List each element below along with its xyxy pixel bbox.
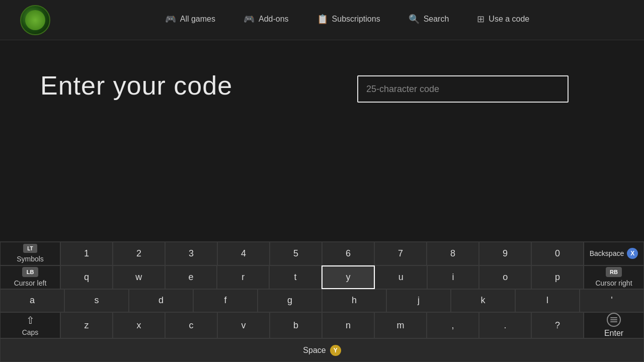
x-badge: X <box>627 248 638 259</box>
keyboard-row-4: ⇧ Caps z x c v b n m , . ? Enter <box>0 312 644 338</box>
enter-label: Enter <box>604 329 623 338</box>
page-title: Enter your code <box>40 70 322 101</box>
tab-add-ons-label: Add-ons <box>259 15 289 24</box>
all-games-icon: 🎮 <box>165 14 176 25</box>
backspace-key[interactable]: Backspace X <box>584 242 644 265</box>
key-2[interactable]: 2 <box>113 242 165 265</box>
app-logo <box>20 5 50 35</box>
subscriptions-icon: 📋 <box>317 14 328 25</box>
tab-use-a-code-label: Use a code <box>489 15 529 24</box>
use-code-icon: ⊞ <box>477 14 485 25</box>
key-h[interactable]: h <box>322 289 386 313</box>
key-n[interactable]: n <box>322 312 374 338</box>
search-icon: 🔍 <box>409 14 420 25</box>
header: 🎮 All games 🎮 Add-ons 📋 Subscriptions 🔍 … <box>0 0 644 40</box>
space-label: Space <box>303 346 326 355</box>
key-4[interactable]: 4 <box>217 242 270 265</box>
key-6[interactable]: 6 <box>322 242 374 265</box>
tab-subscriptions[interactable]: 📋 Subscriptions <box>303 0 394 40</box>
keyboard-row-3: a s d f g h j k l ' <box>0 289 644 313</box>
key-s[interactable]: s <box>64 289 129 313</box>
key-c[interactable]: c <box>165 312 217 338</box>
key-apostrophe[interactable]: ' <box>580 289 644 313</box>
key-5[interactable]: 5 <box>270 242 322 265</box>
cursor-left-key[interactable]: LB Cursor left <box>0 265 60 289</box>
cursor-left-label: Cursor left <box>14 279 47 287</box>
key-g[interactable]: g <box>258 289 322 313</box>
keyboard-row-2: LB Cursor left q w e r t y u i o p RB Cu… <box>0 265 644 289</box>
tab-search-label: Search <box>424 15 449 24</box>
nav-tabs: 🎮 All games 🎮 Add-ons 📋 Subscriptions 🔍 … <box>60 0 634 40</box>
key-v[interactable]: v <box>217 312 270 338</box>
tab-subscriptions-label: Subscriptions <box>332 15 380 24</box>
key-b[interactable]: b <box>270 312 322 338</box>
key-r[interactable]: r <box>217 265 269 289</box>
key-z[interactable]: z <box>60 312 113 338</box>
key-8[interactable]: 8 <box>427 242 479 265</box>
key-i[interactable]: i <box>427 265 479 289</box>
key-question[interactable]: ? <box>531 312 584 338</box>
tab-all-games-label: All games <box>180 15 215 24</box>
key-comma[interactable]: , <box>427 312 479 338</box>
key-o[interactable]: o <box>479 265 531 289</box>
key-t[interactable]: t <box>269 265 321 289</box>
tab-search[interactable]: 🔍 Search <box>394 0 463 40</box>
key-e[interactable]: e <box>165 265 217 289</box>
key-x[interactable]: x <box>113 312 165 338</box>
key-0[interactable]: 0 <box>531 242 584 265</box>
key-l[interactable]: l <box>515 289 580 313</box>
logo-area <box>10 5 60 35</box>
key-j[interactable]: j <box>386 289 451 313</box>
key-w[interactable]: w <box>113 265 165 289</box>
key-period[interactable]: . <box>479 312 531 338</box>
caps-icon: ⇧ <box>26 314 35 326</box>
key-9[interactable]: 9 <box>479 242 531 265</box>
rb-badge: RB <box>606 267 622 277</box>
lt-badge: LT <box>23 244 37 253</box>
tab-add-ons[interactable]: 🎮 Add-ons <box>229 0 303 40</box>
add-ons-icon: 🎮 <box>244 14 255 25</box>
symbols-label: Symbols <box>17 255 44 263</box>
symbols-key[interactable]: LT Symbols <box>0 242 60 265</box>
key-7[interactable]: 7 <box>374 242 427 265</box>
cursor-right-key[interactable]: RB Cursor right <box>584 265 644 289</box>
key-d[interactable]: d <box>129 289 193 313</box>
code-input-area <box>322 70 604 103</box>
key-1[interactable]: 1 <box>60 242 113 265</box>
keyboard-row-5: Space Y <box>0 338 644 362</box>
space-key[interactable]: Space Y <box>0 338 644 362</box>
keyboard: LT Symbols 1 2 3 4 5 6 7 8 9 0 Backspace… <box>0 241 644 362</box>
cursor-right-label: Cursor right <box>595 279 632 287</box>
key-u[interactable]: u <box>375 265 427 289</box>
y-badge: Y <box>330 345 341 356</box>
key-a[interactable]: a <box>0 289 64 313</box>
key-y[interactable]: y <box>321 265 375 289</box>
caps-label: Caps <box>22 328 39 336</box>
tab-all-games[interactable]: 🎮 All games <box>151 0 229 40</box>
key-m[interactable]: m <box>374 312 427 338</box>
key-f[interactable]: f <box>193 289 258 313</box>
menu-badge <box>607 313 621 327</box>
caps-key[interactable]: ⇧ Caps <box>0 312 60 338</box>
key-3[interactable]: 3 <box>165 242 217 265</box>
lb-badge: LB <box>22 267 38 277</box>
keyboard-row-1: LT Symbols 1 2 3 4 5 6 7 8 9 0 Backspace… <box>0 242 644 265</box>
enter-key[interactable]: Enter <box>584 312 644 338</box>
tab-use-a-code[interactable]: ⊞ Use a code <box>463 0 543 40</box>
code-input[interactable] <box>357 75 569 103</box>
key-p[interactable]: p <box>531 265 584 289</box>
key-q[interactable]: q <box>60 265 113 289</box>
main-content: Enter your code <box>0 40 644 241</box>
backspace-label: Backspace <box>590 249 624 257</box>
key-k[interactable]: k <box>451 289 515 313</box>
